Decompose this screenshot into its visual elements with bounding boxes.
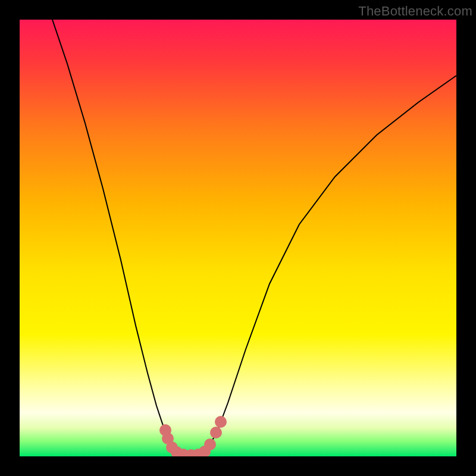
marker-dot [215,416,227,428]
marker-dot [204,439,216,450]
plot-area [20,20,456,456]
bottleneck-curve-svg [20,20,456,456]
bottom-marker-cluster [159,416,227,456]
curve-right-branch [193,76,456,456]
marker-dot [210,427,222,439]
chart-frame: TheBottleneck.com [0,0,476,476]
curve-left-branch [52,20,193,456]
watermark-text: TheBottleneck.com [358,4,472,19]
